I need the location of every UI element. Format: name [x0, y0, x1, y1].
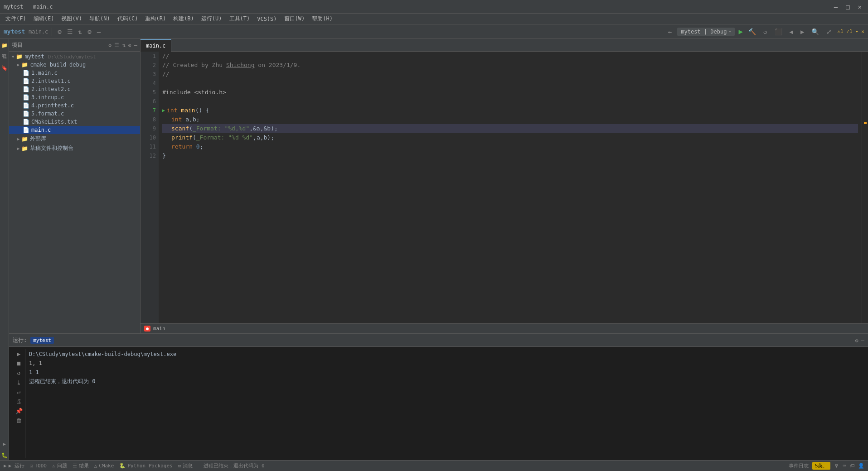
list-icon[interactable]: ☰: [65, 27, 75, 36]
restore-icon[interactable]: ↺: [13, 370, 25, 376]
status-person-icon[interactable]: 👤: [858, 463, 864, 469]
status-event-log[interactable]: 事件日志: [789, 462, 809, 469]
minimize-panel-icon[interactable]: —: [95, 27, 102, 36]
bottom-panel-header: 运行: mytest ⚙ —: [9, 334, 868, 347]
menu-help[interactable]: 帮助(H): [308, 14, 336, 24]
close-button[interactable]: ✕: [855, 2, 864, 11]
run-config-selector[interactable]: mytest | Debug ▾: [677, 28, 735, 36]
menu-file[interactable]: 文件(F): [2, 14, 30, 24]
tree-item-1main[interactable]: 📄 1.main.c: [9, 69, 140, 77]
back-icon[interactable]: ←: [666, 27, 674, 36]
run-name-tab[interactable]: mytest: [30, 337, 54, 344]
panel-collapse-icon[interactable]: —: [134, 42, 137, 48]
expand-icon[interactable]: ⤢: [824, 27, 834, 36]
build-button[interactable]: 🔨: [747, 27, 758, 36]
tree-item-cmakelists-label: CMakeLists.txt: [31, 119, 77, 125]
editor-bottom-strip: ● main: [141, 323, 868, 333]
code-content[interactable]: // // Created by Zhu Shichong on 2023/1/…: [159, 52, 862, 323]
main-area: 📁 🏗 🔖 ▶ 🐛 项目 ⚙ ☰ ⇅ ⚙ — ▼: [0, 39, 868, 460]
tree-item-4printtest[interactable]: 📄 4.printtest.c: [9, 101, 140, 110]
code-comment-2: // Created by Zhu Shichong on 2023/1/9.: [162, 61, 301, 70]
tree-item-3intcup-label: 3.intcup.c: [31, 94, 64, 101]
status-python-packages[interactable]: 🐍 Python Packages: [119, 463, 172, 469]
status-lang-indicator[interactable]: S英、: [812, 462, 831, 470]
project-panel-icon[interactable]: 📁: [0, 41, 9, 50]
settings-icon[interactable]: ⚙: [56, 27, 63, 36]
tree-item-scratch[interactable]: ▶ 📁 草稿文件和控制台: [9, 144, 140, 153]
project-name: mytest: [4, 28, 25, 35]
menu-build[interactable]: 构建(B): [170, 14, 198, 24]
tree-item-cmake-debug[interactable]: ▶ 📁 cmake-build-debug: [9, 61, 140, 69]
tree-item-external[interactable]: ▶ 📁 外部库: [9, 134, 140, 144]
line-num-3: 3: [143, 70, 156, 79]
file-icon-cmakelists: 📄: [23, 119, 29, 125]
menu-view[interactable]: 视图(V): [58, 14, 86, 24]
editor-tab-main-label: main.c: [146, 43, 165, 49]
menu-refactor[interactable]: 重构(R): [141, 14, 170, 24]
menu-run[interactable]: 运行(U): [198, 14, 226, 24]
tree-item-2inttest1[interactable]: 📄 2.inttest1.c: [9, 77, 140, 85]
tree-item-2inttest2[interactable]: 📄 2.inttest2.c: [9, 85, 140, 93]
status-bar: ▶ ▶ 运行 ☑ TODO ⚠ 问题 ☰ 结果 △ CMake 🐍 Python…: [0, 460, 868, 471]
run-widget-icon[interactable]: ▶: [2, 439, 7, 449]
status-message[interactable]: ✉ 消息: [178, 462, 193, 469]
status-run[interactable]: ▶ ▶ 运行: [4, 462, 24, 469]
code-container[interactable]: 1 2 3 4 5 6 7 8 9 10 11 12: [141, 52, 868, 323]
menu-edit[interactable]: 编辑(E): [30, 14, 58, 24]
panel-config-icon[interactable]: ⚙: [128, 42, 131, 48]
status-flag-icon[interactable]: 🏷: [849, 463, 854, 469]
panel-sort-icon[interactable]: ⇅: [122, 42, 125, 48]
menu-tools[interactable]: 工具(T): [226, 14, 254, 24]
todo-icon: ☑: [30, 463, 33, 469]
status-issue[interactable]: ⚠ 问题: [52, 462, 67, 469]
editor-tab-main[interactable]: main.c: [141, 39, 171, 52]
stop-run-icon[interactable]: ⏹: [13, 360, 25, 367]
sort-icon[interactable]: ⇅: [77, 27, 84, 36]
tree-item-main[interactable]: 📄 main.c: [9, 126, 140, 134]
pin-icon[interactable]: 📌: [13, 408, 25, 414]
delete-icon[interactable]: 🗑: [13, 417, 25, 424]
tree-item-5format[interactable]: 📄 5.format.c: [9, 110, 140, 118]
panel-run-settings-icon[interactable]: ⚙: [855, 337, 858, 344]
tree-root[interactable]: ▼ 📁 mytest D:\CStudy\mytest: [9, 53, 140, 61]
rerun-icon[interactable]: ▶: [13, 351, 25, 357]
status-cmake[interactable]: △ CMake: [94, 463, 114, 469]
search-button[interactable]: 🔍: [810, 27, 821, 36]
menu-code[interactable]: 代码(C): [114, 14, 142, 24]
rerun-button[interactable]: ↺: [761, 27, 769, 36]
file-icon-4printtest: 📄: [23, 102, 29, 109]
debug-widget-icon[interactable]: 🐛: [0, 451, 9, 460]
file-tab-label: main.c: [29, 29, 48, 35]
minimize-button[interactable]: —: [831, 2, 840, 11]
code-line9-content: scanf(_Format: "%d,%d",&a,&b);: [171, 124, 278, 133]
menu-vcs[interactable]: VCS(S): [253, 15, 280, 23]
dropdown-arrow-icon: ▾: [728, 29, 731, 34]
config-icon[interactable]: ⚙: [86, 27, 93, 36]
print-icon[interactable]: 🖨: [13, 398, 25, 405]
status-keyboard-icon[interactable]: ⌨: [843, 463, 846, 469]
next-button[interactable]: ▶: [799, 27, 806, 36]
line-num-2: 2: [143, 61, 156, 70]
wrap-icon[interactable]: ↵: [13, 389, 25, 395]
file-icon-2inttest2: 📄: [23, 86, 29, 92]
menu-navigate[interactable]: 导航(N): [86, 14, 114, 24]
tree-item-cmakelists[interactable]: 📄 CMakeLists.txt: [9, 118, 140, 126]
scroll-end-icon[interactable]: ⤓: [13, 379, 25, 386]
panel-list-icon[interactable]: ☰: [114, 42, 119, 48]
status-result[interactable]: ☰ 结果: [73, 462, 89, 469]
todo-label: TODO: [35, 463, 47, 469]
maximize-button[interactable]: □: [843, 2, 852, 11]
status-todo[interactable]: ☑ TODO: [30, 463, 47, 469]
tree-item-4printtest-label: 4.printtest.c: [31, 102, 74, 109]
tree-item-3intcup[interactable]: 📄 3.intcup.c: [9, 93, 140, 101]
status-mic-icon[interactable]: 🎙: [834, 463, 839, 469]
panel-run-close-icon[interactable]: —: [861, 337, 864, 344]
prev-button[interactable]: ◀: [788, 27, 795, 36]
panel-settings-icon[interactable]: ⚙: [108, 42, 112, 48]
stop-button[interactable]: ⬛: [773, 27, 784, 36]
run-button[interactable]: ▶: [738, 27, 743, 36]
bookmark-icon[interactable]: 🔖: [0, 63, 9, 73]
structure-icon[interactable]: 🏗: [1, 52, 8, 62]
menu-window[interactable]: 窗口(W): [281, 14, 309, 24]
breakpoint-indicator: ●: [144, 326, 150, 332]
